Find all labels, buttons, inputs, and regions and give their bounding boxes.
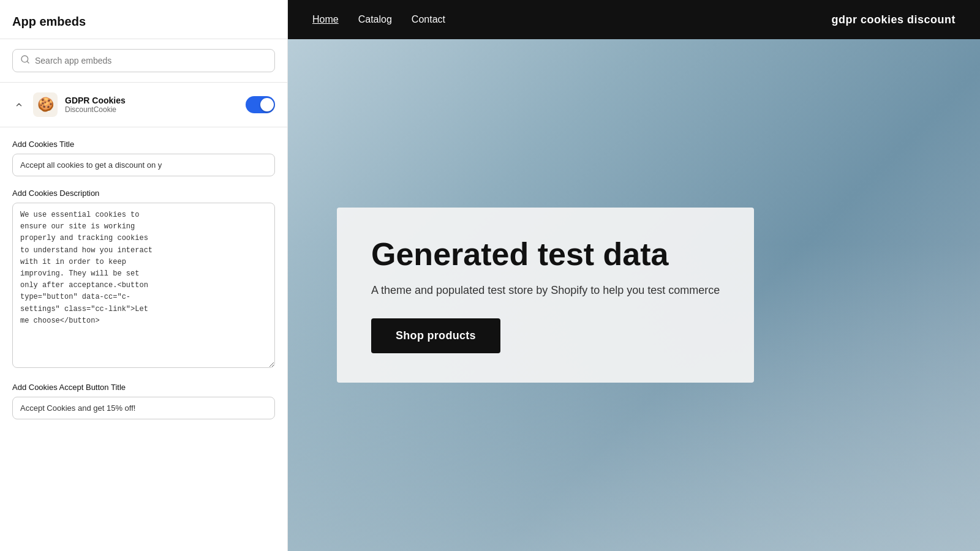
panel-header: App embeds [0, 0, 287, 39]
hero-title: Generated test data [371, 237, 720, 272]
collapse-button[interactable] [12, 98, 26, 111]
left-panel: App embeds 🍪 GDPR Cookies Discou [0, 0, 288, 551]
cookies-title-label: Add Cookies Title [12, 140, 275, 149]
hero-subtitle: A theme and populated test store by Shop… [371, 282, 720, 299]
embed-name: GDPR Cookies [65, 96, 238, 105]
search-icon [20, 54, 30, 67]
toggle-wrap[interactable] [246, 96, 275, 113]
search-area [0, 39, 287, 83]
embed-item-gdpr: 🍪 GDPR Cookies DiscountCookie [12, 92, 275, 117]
cookies-description-textarea[interactable]: We use essential cookies to ensure our s… [12, 203, 275, 368]
nav-links: Home Catalog Contact [312, 14, 445, 25]
cookies-title-group: Add Cookies Title [12, 140, 275, 176]
cookies-description-group: Add Cookies Description We use essential… [12, 189, 275, 370]
embed-subtitle: DiscountCookie [65, 105, 238, 114]
embed-list: 🍪 GDPR Cookies DiscountCookie [0, 83, 287, 127]
nav-link-contact[interactable]: Contact [412, 14, 445, 25]
cookies-description-label: Add Cookies Description [12, 189, 275, 198]
embed-toggle[interactable] [246, 96, 275, 113]
accept-btn-label: Add Cookies Accept Button Title [12, 383, 275, 392]
page-title: App embeds [12, 15, 275, 29]
hero-card: Generated test data A theme and populate… [337, 208, 754, 382]
nav-link-home[interactable]: Home [312, 14, 339, 25]
nav-brand: gdpr cookies discount [831, 13, 956, 26]
search-input[interactable] [35, 56, 267, 66]
accept-btn-input[interactable] [12, 397, 275, 419]
embed-icon: 🍪 [33, 92, 58, 117]
hero-area: Generated test data A theme and populate… [288, 39, 980, 551]
cookies-title-input[interactable] [12, 154, 275, 176]
shop-products-button[interactable]: Shop products [371, 318, 500, 353]
search-input-wrap [12, 49, 275, 72]
accept-btn-group: Add Cookies Accept Button Title [12, 383, 275, 419]
nav-link-catalog[interactable]: Catalog [358, 14, 392, 25]
form-section: Add Cookies Title Add Cookies Descriptio… [0, 127, 287, 432]
right-panel: Home Catalog Contact gdpr cookies discou… [288, 0, 980, 551]
store-nav: Home Catalog Contact gdpr cookies discou… [288, 0, 980, 39]
svg-line-1 [27, 61, 29, 63]
embed-info: GDPR Cookies DiscountCookie [65, 96, 238, 114]
